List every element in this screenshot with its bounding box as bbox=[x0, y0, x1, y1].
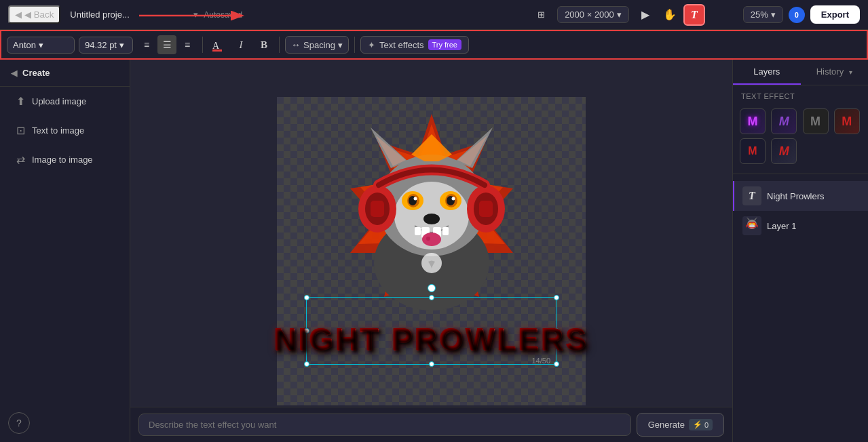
sidebar-item-upload[interactable]: ⬆ Upload image bbox=[5, 88, 124, 115]
text-effect-item-1[interactable]: M bbox=[740, 108, 766, 134]
autosaved-status: Autosaved bbox=[204, 10, 242, 20]
spacing-chevron-icon: ▾ bbox=[338, 40, 343, 50]
spacing-selector[interactable]: ↔ Spacing ▾ bbox=[285, 36, 349, 54]
try-free-badge: Try free bbox=[428, 39, 462, 50]
left-sidebar: ◀ Create ⬆ Upload image ⊡ Text to image … bbox=[0, 60, 130, 442]
toolbar-divider-3 bbox=[354, 37, 355, 53]
hand-tool-button[interactable]: ✋ bbox=[659, 4, 681, 26]
svg-point-21 bbox=[423, 214, 440, 224]
svg-rect-24 bbox=[415, 227, 421, 235]
svg-rect-32 bbox=[371, 201, 384, 217]
align-right-button[interactable]: ≡ bbox=[178, 35, 197, 54]
handle-bottom-right[interactable] bbox=[554, 361, 559, 367]
bold-button[interactable]: B bbox=[254, 35, 273, 54]
sidebar-header: ◀ Create bbox=[0, 60, 130, 87]
italic-button[interactable]: I bbox=[231, 35, 250, 54]
svg-rect-2 bbox=[212, 49, 222, 52]
project-name-input[interactable] bbox=[66, 7, 188, 22]
create-label: Create bbox=[22, 68, 50, 78]
sidebar-item-text-to-image[interactable]: ⊡ Text to image bbox=[5, 117, 124, 144]
handle-top-right[interactable] bbox=[554, 295, 559, 300]
svg-text:A: A bbox=[212, 41, 220, 51]
image-to-image-label: Image to image bbox=[32, 155, 93, 165]
italic-icon: I bbox=[240, 39, 243, 51]
back-label: ◀ Back bbox=[24, 9, 54, 20]
zoom-level-value: 25% bbox=[751, 9, 768, 20]
font-size-chevron-icon: ▾ bbox=[119, 40, 124, 50]
rotate-handle[interactable] bbox=[428, 284, 436, 292]
text-toolbar: Anton ▾ 94.32 pt ▾ ≡ ☰ ≡ A I B ↔ Spacing… bbox=[0, 30, 868, 60]
layers-section: T Night Prowlers bbox=[733, 177, 868, 245]
panel-divider bbox=[733, 174, 868, 174]
toolbar-divider-1 bbox=[202, 37, 203, 53]
layer-item-image[interactable]: Layer 1 bbox=[733, 211, 868, 241]
text-effects-grid: M M M M M M bbox=[733, 104, 868, 171]
text-effect-prompt-input[interactable] bbox=[138, 414, 631, 436]
night-prowlers-canvas-text[interactable]: Night Prowlers bbox=[274, 321, 589, 358]
tab-layers[interactable]: Layers bbox=[733, 60, 801, 85]
generate-button[interactable]: Generate ⚡ 0 bbox=[637, 413, 724, 437]
handle-top-middle[interactable] bbox=[429, 295, 434, 300]
generate-credits-badge: ⚡ 0 bbox=[689, 419, 713, 430]
layer-text-name: Night Prowlers bbox=[767, 191, 825, 201]
svg-marker-11 bbox=[411, 134, 452, 161]
credits-amount: 0 bbox=[704, 421, 709, 429]
top-navigation: ◀ ◀ Back ▾ Autosaved ⊞ 2000 × 2000 ▾ ▶ ✋… bbox=[0, 0, 868, 30]
dropdown-arrow-icon: ▾ bbox=[193, 9, 198, 20]
layer-text-icon: T bbox=[742, 186, 761, 205]
text-effect-input-bar: Generate ⚡ 0 bbox=[130, 407, 732, 442]
handle-top-left[interactable] bbox=[304, 295, 309, 300]
canvas-size-value: 2000 × 2000 bbox=[565, 9, 614, 20]
text-effect-item-5[interactable]: M bbox=[740, 138, 766, 164]
text-color-button[interactable]: A bbox=[208, 35, 227, 54]
align-left-button[interactable]: ≡ bbox=[137, 35, 156, 54]
upload-image-label: Upload image bbox=[32, 96, 86, 106]
layer-image-name: Layer 1 bbox=[767, 221, 796, 231]
text-effect-item-4[interactable]: M bbox=[834, 108, 860, 134]
text-effect-item-6[interactable]: M bbox=[771, 138, 797, 164]
sidebar-item-image-to-image[interactable]: ⇄ Image to image bbox=[5, 146, 124, 173]
canvas-container[interactable]: Night Prowlers 14/50 bbox=[277, 97, 586, 405]
handle-bottom-left[interactable] bbox=[304, 361, 309, 367]
history-tab-label: History bbox=[816, 66, 844, 77]
export-label: Export bbox=[821, 9, 849, 20]
help-button[interactable]: ? bbox=[8, 412, 30, 434]
ai-icon: ✦ bbox=[368, 40, 375, 50]
text-to-image-label: Text to image bbox=[32, 125, 84, 136]
select-tool-button[interactable]: ▶ bbox=[635, 4, 656, 26]
text-color-icon: A bbox=[211, 38, 225, 52]
text-tool-button[interactable]: T bbox=[683, 4, 705, 26]
resize-tool-button[interactable]: ⊞ bbox=[530, 4, 552, 26]
right-panel: Layers History ▾ Text effect M M M M M M… bbox=[732, 60, 868, 442]
svg-rect-25 bbox=[442, 227, 449, 235]
tab-history[interactable]: History ▾ bbox=[801, 60, 869, 85]
font-size-value: 94.32 pt bbox=[85, 40, 117, 50]
credits-count: 0 bbox=[795, 11, 799, 19]
canvas-size-selector[interactable]: 2000 × 2000 ▾ bbox=[557, 6, 629, 23]
text-effect-item-2[interactable]: M bbox=[771, 108, 797, 134]
tool-buttons: ▶ ✋ T bbox=[635, 4, 705, 26]
font-family-selector[interactable]: Anton ▾ bbox=[7, 37, 75, 54]
export-button[interactable]: Export bbox=[810, 5, 860, 24]
text-effect-item-3[interactable]: M bbox=[803, 108, 829, 134]
back-button[interactable]: ◀ ◀ Back bbox=[8, 5, 60, 24]
text-align-buttons: ≡ ☰ ≡ bbox=[137, 35, 197, 54]
spacing-label: Spacing bbox=[303, 40, 335, 50]
text-effects-button[interactable]: ✦ Text effects Try free bbox=[360, 36, 469, 54]
font-size-selector[interactable]: 94.32 pt ▾ bbox=[79, 37, 133, 54]
text-effect-section-title: Text effect bbox=[733, 85, 868, 104]
history-chevron-icon: ▾ bbox=[849, 68, 852, 76]
svg-point-27 bbox=[426, 237, 430, 241]
zoom-selector[interactable]: 25% ▾ bbox=[743, 6, 783, 23]
char-count-display: 14/50 bbox=[531, 357, 550, 365]
align-center-button[interactable]: ☰ bbox=[157, 35, 176, 54]
text-effects-label: Text effects bbox=[379, 40, 424, 50]
layer-thumbnail-icon bbox=[742, 216, 761, 235]
bold-icon: B bbox=[261, 39, 267, 51]
font-family-value: Anton bbox=[13, 40, 36, 50]
credits-badge[interactable]: 0 bbox=[789, 7, 805, 23]
layer-item-text[interactable]: T Night Prowlers bbox=[733, 181, 868, 211]
upload-icon: ⬆ bbox=[16, 95, 25, 108]
handle-bottom-middle[interactable] bbox=[429, 361, 434, 367]
svg-point-20 bbox=[451, 197, 455, 200]
